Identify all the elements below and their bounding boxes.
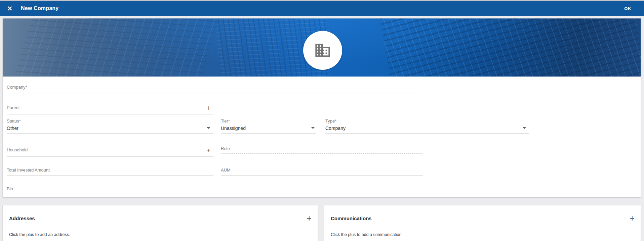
close-icon[interactable]: ✕ [4,1,15,16]
type-label: Type* [325,118,336,124]
tier-select[interactable]: Tier* Unassigned [221,118,316,134]
dialog-header: ✕ New Company OK [0,1,644,16]
type-value: Company [325,126,346,131]
household-underline [7,156,213,157]
role-input: Role [221,146,423,155]
tier-underline [221,133,316,134]
bio-label: Bio [7,186,13,191]
tier-label: Tier* [221,118,230,124]
household-input[interactable]: Household + [7,147,213,157]
type-underline [325,133,529,134]
company-input[interactable]: Company* [7,85,423,95]
communications-title: Communications [331,215,372,221]
communications-card: Communications + Click the plus to add a… [324,205,641,241]
banner-building-texture [379,18,641,77]
bio-input[interactable]: Bio [7,186,529,196]
building-icon [314,42,331,59]
status-label: Status* [7,118,21,124]
parent-label: Parent [7,105,19,110]
company-form-card: Company* Parent + Status* Other Tier* Un… [3,18,641,197]
company-banner [3,18,641,77]
household-label: Household [7,147,28,152]
total-invested-amount-label: Total Invested Amount [7,167,50,173]
type-dropdown-arrow-icon[interactable] [523,127,526,129]
addresses-card: Addresses + Click the plus to add an add… [3,205,318,241]
add-communication-icon[interactable]: + [630,214,635,223]
add-household-icon[interactable]: + [207,147,211,154]
tier-value: Unassigned [221,126,246,131]
company-avatar[interactable] [303,31,342,70]
role-label: Role [221,146,230,151]
add-address-icon[interactable]: + [307,214,312,223]
status-dropdown-arrow-icon[interactable] [207,127,210,129]
aum-underline [221,175,423,176]
total-invested-amount-input[interactable]: Total Invested Amount [7,167,213,178]
aum-label: AUM [221,167,231,173]
company-label: Company* [7,85,27,90]
addresses-hint: Click the plus to add an address. [9,232,70,237]
status-select[interactable]: Status* Other [7,118,213,134]
ok-button[interactable]: OK [621,1,634,16]
role-underline [221,153,423,154]
addresses-title: Addresses [9,215,35,221]
parent-underline [7,114,213,114]
add-parent-icon[interactable]: + [207,104,211,111]
tier-dropdown-arrow-icon[interactable] [311,127,315,129]
banner-building-texture [12,18,221,77]
total-invested-amount-underline [7,175,213,176]
bio-underline [7,194,529,194]
aum-input[interactable]: AUM [221,167,423,178]
parent-input[interactable]: Parent + [7,105,213,115]
status-underline [7,133,213,134]
communications-hint: Click the plus to add a communication. [331,232,403,237]
page-title: New Company [21,1,58,16]
status-value: Other [7,126,18,131]
company-underline [7,94,423,94]
type-select[interactable]: Type* Company [325,118,529,134]
